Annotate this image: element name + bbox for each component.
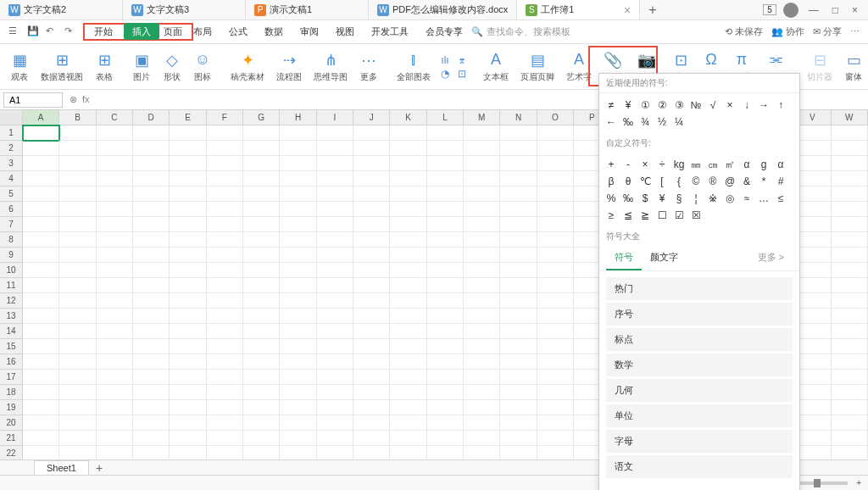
cell[interactable] <box>500 125 537 141</box>
cell[interactable] <box>133 187 170 202</box>
cell[interactable] <box>97 309 133 324</box>
cell[interactable] <box>537 278 574 293</box>
cell[interactable] <box>500 248 537 263</box>
row-header-20[interactable]: 20 <box>0 415 23 431</box>
cell[interactable] <box>390 232 426 248</box>
menu-tab-formula[interactable]: 公式 <box>220 22 256 42</box>
row-header-9[interactable]: 9 <box>0 248 23 263</box>
cell[interactable] <box>537 415 574 431</box>
cell[interactable] <box>427 293 464 309</box>
cell[interactable] <box>317 431 353 446</box>
symbol-item[interactable]: α <box>772 156 789 173</box>
cell[interactable] <box>464 187 500 202</box>
cell[interactable] <box>170 309 206 324</box>
cell[interactable] <box>97 415 133 431</box>
cell[interactable] <box>317 339 353 354</box>
cell[interactable] <box>464 339 500 354</box>
cell[interactable] <box>207 385 243 400</box>
cell[interactable] <box>832 354 868 370</box>
cell[interactable] <box>280 156 316 171</box>
cell[interactable] <box>23 431 59 446</box>
cell[interactable] <box>170 232 206 248</box>
cell[interactable] <box>390 293 426 309</box>
cell[interactable] <box>243 156 280 171</box>
symbol-item[interactable]: # <box>772 173 789 190</box>
symbol-item[interactable]: ☒ <box>687 207 704 224</box>
cell[interactable] <box>832 431 868 446</box>
select-all-corner[interactable] <box>0 110 23 125</box>
cell[interactable] <box>170 141 206 156</box>
cell[interactable] <box>280 385 316 400</box>
maximize-button[interactable]: □ <box>829 4 842 16</box>
cell[interactable] <box>23 156 59 171</box>
cell[interactable] <box>317 232 353 248</box>
cell[interactable] <box>390 217 426 232</box>
cell[interactable] <box>59 293 96 309</box>
cell[interactable] <box>537 187 574 202</box>
cell[interactable] <box>170 156 206 171</box>
cell[interactable] <box>317 125 353 141</box>
cell[interactable] <box>280 431 316 446</box>
menu-tab-insert[interactable]: 插入 <box>124 23 159 40</box>
cell[interactable] <box>353 400 390 415</box>
cell[interactable] <box>464 354 500 370</box>
cell[interactable] <box>170 125 206 141</box>
cell[interactable] <box>97 202 133 217</box>
cell[interactable] <box>170 263 206 278</box>
cell[interactable] <box>390 324 426 339</box>
cell[interactable] <box>207 431 243 446</box>
cell[interactable] <box>317 370 353 385</box>
cell[interactable] <box>390 385 426 400</box>
cell[interactable] <box>207 370 243 385</box>
cell[interactable] <box>500 415 537 431</box>
cell[interactable] <box>280 354 316 370</box>
cell[interactable] <box>832 217 868 232</box>
cell[interactable] <box>243 187 280 202</box>
cell[interactable] <box>207 415 243 431</box>
cell[interactable] <box>832 156 868 171</box>
column-header-N[interactable]: N <box>500 110 537 125</box>
symbol-item[interactable]: ※ <box>704 190 721 207</box>
cell[interactable] <box>170 217 206 232</box>
cell[interactable] <box>170 248 206 263</box>
cell[interactable] <box>464 248 500 263</box>
symbol-item[interactable]: kg <box>670 156 687 173</box>
menu-tab-layout[interactable]: 页面 <box>162 23 191 40</box>
cell[interactable] <box>23 324 59 339</box>
ribbon-flowchart[interactable]: ⇢流程图 <box>271 49 307 85</box>
cell[interactable] <box>832 293 868 309</box>
cell[interactable] <box>500 293 537 309</box>
ribbon-pivot-chart[interactable]: ▦观表 <box>5 49 34 85</box>
cell[interactable] <box>427 217 464 232</box>
cell[interactable] <box>317 202 353 217</box>
symbol-item[interactable]: ≈ <box>738 190 755 207</box>
column-header-C[interactable]: C <box>97 110 133 125</box>
panel-more-link[interactable]: 更多 > <box>749 246 793 270</box>
ribbon-picture[interactable]: ▣图片 <box>127 49 156 85</box>
cell[interactable] <box>390 125 426 141</box>
area-chart-icon[interactable]: ⊡ <box>454 68 470 80</box>
symbol-item[interactable]: ㎜ <box>687 156 704 173</box>
symbol-item[interactable]: ≦ <box>620 207 637 224</box>
cell[interactable] <box>353 263 390 278</box>
cell[interactable] <box>243 354 280 370</box>
symbol-item[interactable]: ½ <box>654 114 670 131</box>
file-tab-1[interactable]: W 文字文稿2 <box>0 0 123 19</box>
cell[interactable] <box>537 309 574 324</box>
cell[interactable] <box>170 202 206 217</box>
ribbon-table[interactable]: ⊞表格 <box>90 49 119 85</box>
symbol-item[interactable]: ℃ <box>637 173 654 190</box>
cell[interactable] <box>537 263 574 278</box>
cell[interactable] <box>537 125 574 141</box>
cell[interactable] <box>280 278 316 293</box>
row-header-6[interactable]: 6 <box>0 202 23 217</box>
fx-icon[interactable]: fx <box>82 94 90 105</box>
cell[interactable] <box>537 339 574 354</box>
cell[interactable] <box>537 324 574 339</box>
cell[interactable] <box>464 217 500 232</box>
cell[interactable] <box>59 263 96 278</box>
symbol-item[interactable]: … <box>755 190 772 207</box>
cell[interactable] <box>243 293 280 309</box>
cell[interactable] <box>207 400 243 415</box>
cell[interactable] <box>133 248 170 263</box>
